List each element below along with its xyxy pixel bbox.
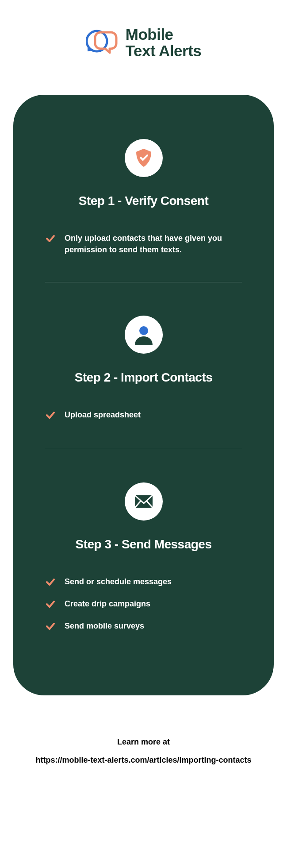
bullet-text: Create drip campaigns: [65, 598, 150, 610]
bullet-text: Only upload contacts that have given you…: [65, 232, 242, 255]
step-2-bullets: Upload spreadsheet: [35, 409, 252, 431]
step-3: Step 3 - Send Messages Send or schedule …: [35, 482, 252, 642]
list-item: Only upload contacts that have given you…: [45, 232, 242, 255]
envelope-icon: [125, 482, 163, 521]
footer-lead: Learn more at: [13, 737, 274, 747]
check-icon: [45, 621, 56, 633]
bullet-text: Upload spreadsheet: [65, 409, 141, 420]
step-1-title: Step 1 - Verify Consent: [79, 194, 208, 208]
step-1-bullets: Only upload contacts that have given you…: [35, 232, 252, 264]
brand-header: Mobile Text Alerts: [13, 27, 274, 59]
divider: [45, 449, 242, 449]
check-icon: [45, 410, 56, 422]
brand-line1: Mobile: [126, 27, 202, 43]
brand-name: Mobile Text Alerts: [126, 27, 202, 59]
step-3-bullets: Send or schedule messages Create drip ca…: [35, 576, 252, 642]
step-1: Step 1 - Verify Consent Only upload cont…: [35, 139, 252, 264]
bullet-text: Send mobile surveys: [65, 620, 144, 632]
check-icon: [45, 233, 56, 246]
step-2: Step 2 - Import Contacts Upload spreadsh…: [35, 316, 252, 431]
list-item: Upload spreadsheet: [45, 409, 242, 422]
step-3-title: Step 3 - Send Messages: [75, 537, 211, 552]
list-item: Create drip campaigns: [45, 598, 242, 611]
svg-point-1: [139, 326, 148, 335]
bullet-text: Send or schedule messages: [65, 576, 172, 587]
step-2-title: Step 2 - Import Contacts: [75, 370, 213, 385]
person-icon: [125, 316, 163, 354]
footer: Learn more at https://mobile-text-alerts…: [13, 737, 274, 765]
brand-line2: Text Alerts: [126, 43, 202, 59]
list-item: Send mobile surveys: [45, 620, 242, 633]
shield-check-icon: [125, 139, 163, 177]
brand-logo-icon: [86, 29, 119, 57]
footer-url: https://mobile-text-alerts.com/articles/…: [13, 756, 274, 765]
check-icon: [45, 577, 56, 589]
check-icon: [45, 599, 56, 611]
list-item: Send or schedule messages: [45, 576, 242, 589]
steps-card: Step 1 - Verify Consent Only upload cont…: [13, 95, 274, 695]
divider: [45, 282, 242, 282]
